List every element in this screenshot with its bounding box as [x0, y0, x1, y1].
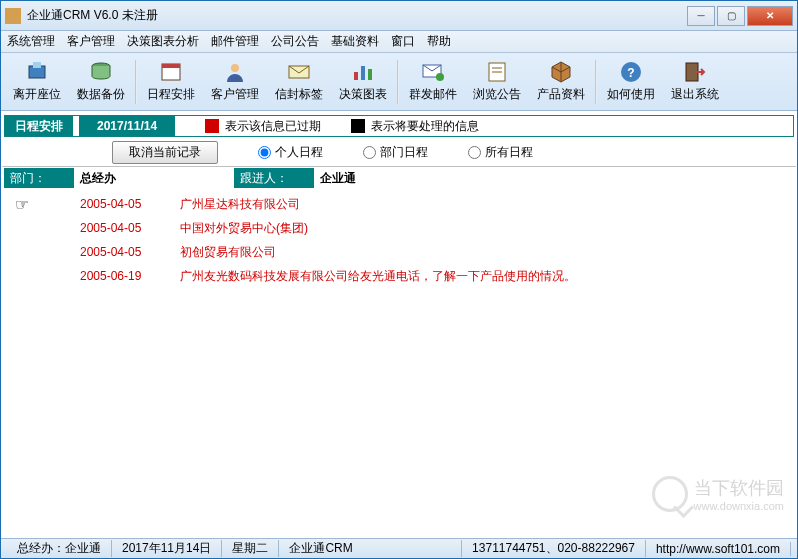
mail-icon	[421, 60, 445, 84]
minimize-button[interactable]: ─	[687, 6, 715, 26]
customer-icon	[223, 60, 247, 84]
menu-analysis[interactable]: 决策图表分析	[127, 33, 199, 50]
list-item[interactable]: 2005-04-05 初创贸易有限公司	[4, 240, 794, 264]
tb-browse-notice[interactable]: 浏览公告	[465, 56, 529, 107]
menu-bar: 系统管理 客户管理 决策图表分析 邮件管理 公司公告 基础资料 窗口 帮助	[1, 31, 797, 53]
menu-system[interactable]: 系统管理	[7, 33, 55, 50]
schedule-date: 2017/11/14	[79, 116, 175, 136]
sb-date: 2017年11月14日	[112, 540, 222, 557]
hdr-dept-value: 总经办	[74, 168, 234, 188]
exit-icon	[683, 60, 707, 84]
schedule-label: 日程安排	[5, 116, 73, 136]
toolbar-separator	[397, 60, 399, 104]
radio-dept[interactable]: 部门日程	[363, 144, 428, 161]
menu-notice[interactable]: 公司公告	[271, 33, 319, 50]
svg-point-5	[231, 64, 239, 72]
svg-text:?: ?	[627, 66, 634, 80]
sb-dept: 总经办：企业通	[7, 540, 112, 557]
content-area: 日程安排 2017/11/14 表示该信息已过期 表示将要处理的信息 取消当前记…	[2, 113, 796, 538]
watermark-text: 当下软件园	[694, 478, 784, 498]
sb-weekday: 星期二	[222, 540, 279, 557]
watermark-url: www.downxia.com	[694, 500, 784, 512]
schedule-scope-group: 个人日程 部门日程 所有日程	[258, 144, 533, 161]
sb-phone: 13711744751、020-88222967	[462, 540, 646, 557]
row-text: 中国对外贸易中心(集团)	[170, 220, 308, 237]
product-icon	[549, 60, 573, 84]
tb-customer[interactable]: 客户管理	[203, 56, 267, 107]
svg-point-11	[436, 73, 444, 81]
list-item[interactable]: 2005-04-05 中国对外贸易中心(集团)	[4, 216, 794, 240]
cancel-record-button[interactable]: 取消当前记录	[112, 141, 218, 164]
toolbar-separator	[135, 60, 137, 104]
help-icon: ?	[619, 60, 643, 84]
app-icon	[5, 8, 21, 24]
sb-app: 企业通CRM	[279, 540, 462, 557]
menu-customer[interactable]: 客户管理	[67, 33, 115, 50]
svg-rect-9	[368, 69, 372, 80]
magnifier-icon	[652, 476, 688, 512]
seat-icon	[25, 60, 49, 84]
tb-envelope[interactable]: 信封标签	[267, 56, 331, 107]
maximize-button[interactable]: ▢	[717, 6, 745, 26]
row-text: 初创贸易有限公司	[170, 244, 276, 261]
toolbar-separator	[595, 60, 597, 104]
tb-backup[interactable]: 数据备份	[69, 56, 133, 107]
backup-icon	[89, 60, 113, 84]
tb-leave-seat[interactable]: 离开座位	[5, 56, 69, 107]
notice-icon	[485, 60, 509, 84]
svg-rect-1	[33, 62, 41, 68]
svg-rect-8	[361, 66, 365, 80]
tb-schedule[interactable]: 日程安排	[139, 56, 203, 107]
title-bar: 企业通CRM V6.0 未注册 ─ ▢ ✕	[1, 1, 797, 31]
calendar-icon	[159, 60, 183, 84]
row-text: 广州星达科技有限公司	[170, 196, 300, 213]
window-title: 企业通CRM V6.0 未注册	[27, 7, 687, 24]
expired-legend: 表示该信息已过期	[225, 118, 321, 135]
radio-all[interactable]: 所有日程	[468, 144, 533, 161]
chart-icon	[351, 60, 375, 84]
envelope-icon	[287, 60, 311, 84]
pointer-icon: ☞	[4, 195, 40, 214]
menu-window[interactable]: 窗口	[391, 33, 415, 50]
toolbar: 离开座位 数据备份 日程安排 客户管理 信封标签 决策图表 群发邮件 浏览公告 …	[1, 53, 797, 111]
row-date: 2005-06-19	[40, 269, 170, 283]
hdr-dept-label: 部门：	[4, 168, 74, 188]
menu-mail[interactable]: 邮件管理	[211, 33, 259, 50]
watermark: 当下软件园 www.downxia.com	[652, 476, 784, 512]
hdr-follower-value: 企业通	[314, 168, 794, 188]
sb-url: http://www.soft101.com	[646, 542, 791, 556]
close-button[interactable]: ✕	[747, 6, 793, 26]
tb-chart[interactable]: 决策图表	[331, 56, 395, 107]
row-text: 广州友光数码科技发展有限公司给友光通电话，了解一下产品使用的情况。	[170, 268, 576, 285]
hdr-follower-label: 跟进人：	[234, 168, 314, 188]
black-box-icon	[351, 119, 365, 133]
menu-basic[interactable]: 基础资料	[331, 33, 379, 50]
menu-help[interactable]: 帮助	[427, 33, 451, 50]
tb-exit[interactable]: 退出系统	[663, 56, 727, 107]
svg-rect-4	[162, 64, 180, 68]
tb-mass-mail[interactable]: 群发邮件	[401, 56, 465, 107]
legend-row: 日程安排 2017/11/14 表示该信息已过期 表示将要处理的信息	[4, 115, 794, 137]
status-bar: 总经办：企业通 2017年11月14日 星期二 企业通CRM 137117447…	[1, 538, 797, 558]
radio-personal[interactable]: 个人日程	[258, 144, 323, 161]
svg-rect-7	[354, 72, 358, 80]
row-date: 2005-04-05	[40, 245, 170, 259]
tb-help[interactable]: ?如何使用	[599, 56, 663, 107]
filter-row: 取消当前记录 个人日程 部门日程 所有日程	[2, 139, 796, 167]
list-item[interactable]: 2005-06-19 广州友光数码科技发展有限公司给友光通电话，了解一下产品使用…	[4, 264, 794, 288]
tb-product[interactable]: 产品资料	[529, 56, 593, 107]
pending-legend: 表示将要处理的信息	[371, 118, 479, 135]
list-item[interactable]: ☞ 2005-04-05 广州星达科技有限公司	[4, 192, 794, 216]
row-date: 2005-04-05	[40, 197, 170, 211]
column-headers: 部门： 总经办 跟进人： 企业通	[4, 168, 794, 188]
red-box-icon	[205, 119, 219, 133]
schedule-list: ☞ 2005-04-05 广州星达科技有限公司 2005-04-05 中国对外贸…	[2, 188, 796, 292]
row-date: 2005-04-05	[40, 221, 170, 235]
